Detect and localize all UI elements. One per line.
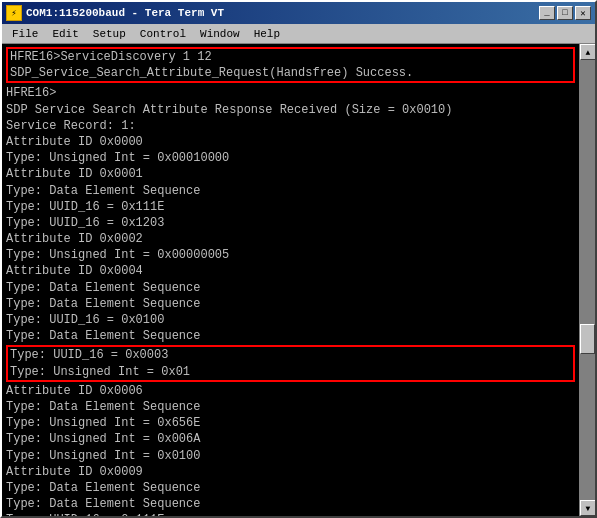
highlight-service-discovery: HFRE16>ServiceDiscovery 1 12 SDP_Service…: [6, 47, 575, 83]
terminal-line: Attribute ID 0x0004: [6, 263, 575, 279]
terminal-line: HFRE16>ServiceDiscovery 1 12: [10, 49, 571, 65]
menu-help[interactable]: Help: [248, 27, 286, 41]
terminal-line: Attribute ID 0x0001: [6, 166, 575, 182]
terminal-line: Type: UUID_16 = 0x0003: [10, 347, 571, 363]
terminal-line: Type: UUID_16 = 0x1203: [6, 215, 575, 231]
terminal-line: Type: Data Element Sequence: [6, 328, 575, 344]
highlight-uuid-unsigned: Type: UUID_16 = 0x0003 Type: Unsigned In…: [6, 345, 575, 381]
scroll-thumb[interactable]: [580, 324, 595, 354]
title-bar-left: ⚡ COM1:115200baud - Tera Term VT: [6, 5, 224, 21]
close-button[interactable]: ✕: [575, 6, 591, 20]
terminal-line: Attribute ID 0x0002: [6, 231, 575, 247]
main-window: ⚡ COM1:115200baud - Tera Term VT _ □ ✕ F…: [0, 0, 597, 518]
minimize-button[interactable]: _: [539, 6, 555, 20]
title-bar: ⚡ COM1:115200baud - Tera Term VT _ □ ✕: [2, 2, 595, 24]
terminal-line: Attribute ID 0x0009: [6, 464, 575, 480]
terminal-line: Type: UUID_16 = 0x0100: [6, 312, 575, 328]
scrollbar[interactable]: ▲ ▼: [579, 44, 595, 516]
terminal-line: HFRE16>: [6, 85, 575, 101]
title-buttons: _ □ ✕: [539, 6, 591, 20]
scroll-up-button[interactable]: ▲: [580, 44, 595, 60]
scroll-track[interactable]: [580, 60, 595, 500]
terminal-line: Type: Data Element Sequence: [6, 480, 575, 496]
menubar: File Edit Setup Control Window Help: [2, 24, 595, 44]
menu-control[interactable]: Control: [134, 27, 192, 41]
window-title: COM1:115200baud - Tera Term VT: [26, 7, 224, 19]
menu-setup[interactable]: Setup: [87, 27, 132, 41]
terminal-line: Type: UUID_16 = 0x111E: [6, 512, 575, 516]
menu-file[interactable]: File: [6, 27, 44, 41]
terminal-line: Type: Data Element Sequence: [6, 280, 575, 296]
terminal-line: Attribute ID 0x0006: [6, 383, 575, 399]
maximize-button[interactable]: □: [557, 6, 573, 20]
terminal-line: SDP Service Search Attribute Response Re…: [6, 102, 575, 118]
menu-edit[interactable]: Edit: [46, 27, 84, 41]
terminal-line: Attribute ID 0x0000: [6, 134, 575, 150]
terminal-line: Type: Unsigned Int = 0x656E: [6, 415, 575, 431]
terminal-line: Type: UUID_16 = 0x111E: [6, 199, 575, 215]
terminal-line: Type: Unsigned Int = 0x006A: [6, 431, 575, 447]
scroll-down-button[interactable]: ▼: [580, 500, 595, 516]
terminal-line: Type: Unsigned Int = 0x00010000: [6, 150, 575, 166]
terminal-line: Type: Data Element Sequence: [6, 496, 575, 512]
app-icon: ⚡: [6, 5, 22, 21]
terminal-line: Type: Unsigned Int = 0x00000005: [6, 247, 575, 263]
terminal-line: Type: Unsigned Int = 0x01: [10, 364, 571, 380]
terminal-line: Type: Unsigned Int = 0x0100: [6, 448, 575, 464]
menu-window[interactable]: Window: [194, 27, 246, 41]
terminal-line: SDP_Service_Search_Attribute_Request(Han…: [10, 65, 571, 81]
terminal-line: Type: Data Element Sequence: [6, 183, 575, 199]
terminal-line: Type: Data Element Sequence: [6, 296, 575, 312]
terminal-output[interactable]: HFRE16>ServiceDiscovery 1 12 SDP_Service…: [2, 44, 579, 516]
terminal-line: Service Record: 1:: [6, 118, 575, 134]
terminal-container: HFRE16>ServiceDiscovery 1 12 SDP_Service…: [2, 44, 595, 516]
terminal-line: Type: Data Element Sequence: [6, 399, 575, 415]
